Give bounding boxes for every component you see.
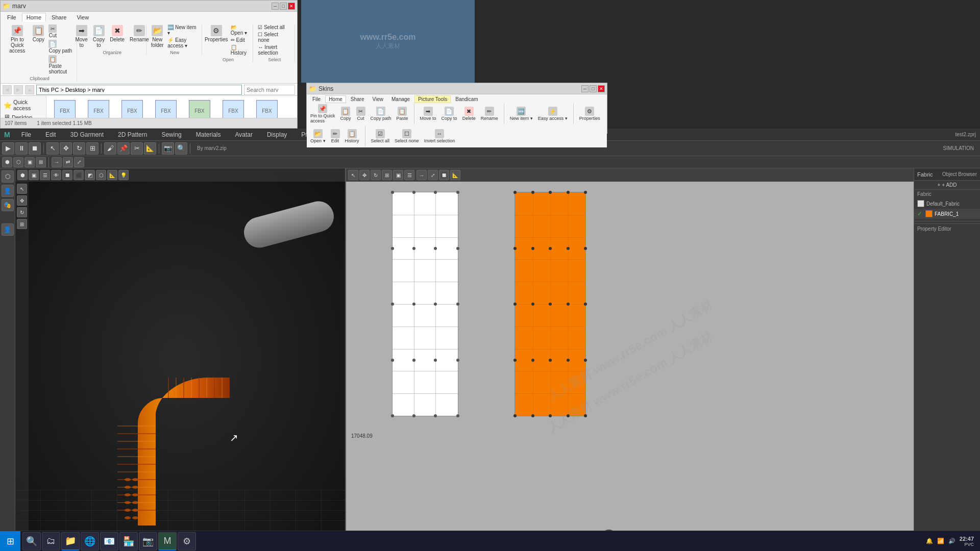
left-icon-3[interactable]: 🎭 (2, 199, 14, 211)
fe-properties-button[interactable]: ⚙ Properties (205, 24, 228, 43)
fe-pin-button[interactable]: 📌 Pin to Quickaccess (5, 24, 30, 55)
vp2d-btn-1[interactable]: ↖ (348, 170, 358, 180)
fe2-history-button[interactable]: 📋 History (344, 129, 361, 144)
fe-selectnone-button[interactable]: ☐ Select none (256, 31, 292, 43)
sidebar-item-quickaccess[interactable]: ⭐ Quick access (2, 98, 45, 112)
fe2-moveto-button[interactable]: ➡ Move to (419, 106, 438, 121)
vp3d-btn-2[interactable]: ▣ (29, 170, 39, 180)
left-icon-2[interactable]: 👤 (2, 185, 14, 197)
tool2-1[interactable]: ⬢ (2, 157, 12, 167)
fe-edit-button[interactable]: ✏ Edit (229, 37, 252, 43)
vp3d-btn-10[interactable]: 💡 (118, 170, 129, 180)
fe-search-input[interactable] (244, 85, 295, 95)
fe-copy-button[interactable]: 📋 Copy (31, 24, 46, 43)
fe2-delete-button[interactable]: ✖ Delete (461, 106, 477, 121)
fe2-tab-picturetools[interactable]: Picture Tools (414, 95, 451, 103)
left-icon-1[interactable]: ⬡ (2, 170, 14, 183)
fe2-tab-manage[interactable]: Manage (388, 95, 413, 103)
fe-tab-share[interactable]: Share (47, 13, 71, 22)
file-item[interactable]: FBX fold86_tube_angl e.fbx (82, 98, 115, 118)
tool2-6[interactable]: ⇄ (63, 157, 73, 167)
taskbar-photos[interactable]: 📷 (139, 532, 157, 550)
fe2-paste-button[interactable]: 📋 Paste (395, 106, 410, 121)
taskbar-marvelous[interactable]: M (158, 532, 177, 550)
fe-open-button[interactable]: 📂 Open ▾ (229, 24, 252, 36)
fe2-copypath-button[interactable]: 📄 Copy path (369, 106, 393, 121)
fe2-tab-bandicam[interactable]: Bandicam (452, 95, 481, 103)
tool-cut[interactable]: ✂ (131, 142, 143, 155)
tool-stop[interactable]: ⏹ (29, 142, 41, 155)
fe-copyto-button[interactable]: 📄 Copyto (91, 24, 107, 49)
fe2-easyaccess-button[interactable]: ⚡ Easy access ▾ (536, 106, 569, 121)
tool-rotate[interactable]: ↻ (73, 142, 85, 155)
taskbar-search[interactable]: 🔍 (22, 532, 41, 550)
fe-back-button[interactable]: ◀ (3, 85, 12, 94)
tool-needle[interactable]: 📌 (117, 142, 130, 155)
fe-invertselect-button[interactable]: ↔ Invert selection (256, 44, 292, 56)
fe-history-button[interactable]: 📋 History (229, 44, 252, 56)
md-menu-3dgarment[interactable]: 3D Garment (67, 130, 107, 139)
fe2-pin-button[interactable]: 📌 Pin to Quickaccess (309, 104, 337, 124)
vp3d-left-btn-2[interactable]: ✥ (17, 195, 27, 206)
md-viewport3d[interactable]: ⬢ ▣ ☰ 👁 🔲 ⬛ ◩ ⬡ 📐 💡 ↖ ✥ ↻ ⊞ ↗ (15, 168, 346, 551)
taskbar-store[interactable]: 🏪 (119, 532, 138, 550)
vp2d-btn-8[interactable]: ⤢ (428, 170, 438, 180)
tool-select[interactable]: ↖ (46, 142, 59, 155)
tool2-4[interactable]: ⊞ (36, 157, 46, 167)
fe2-tab-file[interactable]: File (309, 95, 324, 103)
fe-close-button[interactable]: ✕ (288, 3, 295, 10)
fe2-minimize-button[interactable]: ─ (581, 85, 589, 92)
fe2-properties-button[interactable]: ⚙ Properties (578, 106, 602, 121)
vp3d-btn-8[interactable]: ⬡ (96, 170, 106, 180)
pattern-panel-orange[interactable] (514, 192, 586, 416)
vp2d-btn-5[interactable]: ▣ (393, 170, 403, 180)
tool2-7[interactable]: ⤢ (74, 157, 84, 167)
fe-cut-button[interactable]: ✂Cut (47, 24, 75, 39)
tool-scale[interactable]: ⊞ (86, 142, 99, 155)
md-menu-display[interactable]: Display (264, 130, 290, 139)
fe2-copy-button[interactable]: 📋 Copy (339, 106, 353, 121)
fe2-selectnone-button[interactable]: ☐ Select none (393, 129, 421, 144)
tool2-5[interactable]: → (52, 157, 62, 167)
vp2d-btn-4[interactable]: ⊞ (382, 170, 392, 180)
vp2d-btn-10[interactable]: 📐 (450, 170, 460, 180)
file-item[interactable]: FBX fold91_tube_angl e.fbx (251, 98, 283, 118)
fe-tab-view[interactable]: View (72, 13, 93, 22)
file-item[interactable]: FBX fold89_tube_angl e.fbx (183, 98, 216, 118)
md-menu-sewing[interactable]: Sewing (158, 130, 184, 139)
fe-copy-path-button[interactable]: 📄Copy path (47, 39, 75, 54)
vp2d-btn-2[interactable]: ✥ (359, 170, 370, 180)
vp3d-btn-4[interactable]: 👁 (51, 170, 61, 180)
vp2d-btn-3[interactable]: ↻ (371, 170, 381, 180)
taskbar-time[interactable]: 22:47 PVC (960, 536, 974, 547)
tool-move[interactable]: ✥ (60, 142, 72, 155)
tool2-2[interactable]: ⬡ (13, 157, 23, 167)
file-item[interactable]: FBX fold88_tube_angl e.fbx (150, 98, 182, 118)
fe2-newitem-button[interactable]: 🆕 New item ▾ (508, 106, 534, 121)
fe-tab-file[interactable]: File (3, 13, 21, 22)
taskbar-taskview[interactable]: 🗂 (42, 532, 60, 550)
tool-pause[interactable]: ⏸ (15, 142, 28, 155)
md-menu-file[interactable]: File (18, 130, 34, 139)
taskbar-browser[interactable]: 🌐 (81, 532, 99, 550)
fe-selectall-button[interactable]: ☑ Select all (256, 24, 292, 31)
fe2-rename-button[interactable]: ✏ Rename (479, 106, 500, 121)
start-button[interactable]: ⊞ (0, 531, 20, 552)
fe2-close-button[interactable]: ✕ (598, 85, 605, 92)
taskbar-mail[interactable]: 📧 (100, 532, 118, 550)
fe2-open-button[interactable]: 📂 Open ▾ (309, 129, 327, 144)
fe2-edit-button[interactable]: ✏ Edit (329, 129, 341, 144)
vp2d-btn-7[interactable]: → (416, 170, 427, 180)
file-item[interactable]: FBX fold87_tube_angl e.fbx (116, 98, 149, 118)
taskbar-settings[interactable]: ⚙ (178, 532, 196, 550)
vp2d-btn-6[interactable]: ☰ (404, 170, 414, 180)
fe2-tab-home[interactable]: Home (325, 95, 346, 103)
vp3d-btn-1[interactable]: ⬢ (17, 170, 28, 180)
fe-up-button[interactable]: ▲ (25, 85, 34, 94)
md-menu-2dpattern[interactable]: 2D Pattern (115, 130, 150, 139)
fe-forward-button[interactable]: ▶ (14, 85, 23, 94)
tool-camera[interactable]: 📷 (162, 142, 174, 155)
tool-zoom[interactable]: 🔍 (175, 142, 187, 155)
taskbar-explorer[interactable]: 📁 (61, 532, 80, 550)
vp3d-btn-9[interactable]: 📐 (107, 170, 117, 180)
